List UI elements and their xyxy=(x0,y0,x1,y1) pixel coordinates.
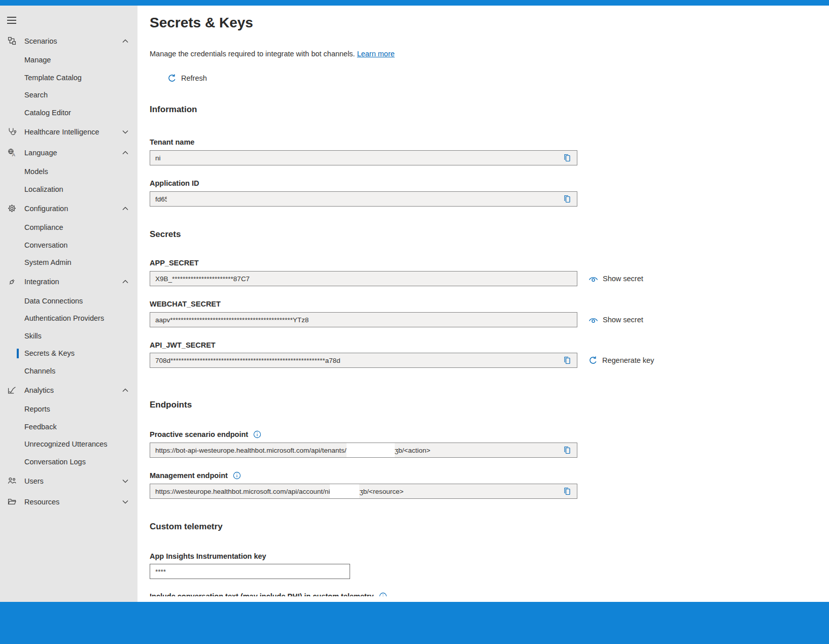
regenerate-key-label: Regenerate key xyxy=(602,356,654,364)
app-insights-key-input[interactable]: **** xyxy=(150,564,350,579)
hamburger-menu-icon[interactable] xyxy=(7,17,16,24)
regenerate-key-button[interactable]: Regenerate key xyxy=(589,356,654,365)
sidebar-item-label: Data Connections xyxy=(24,297,83,305)
api-jwt-secret-input[interactable]: 708d************************************… xyxy=(150,353,577,368)
sidebar-item-label: Unrecognized Utterances xyxy=(24,440,108,448)
sidebar-item-authentication-providers[interactable]: Authentication Providers xyxy=(0,310,137,327)
redaction-block xyxy=(347,443,395,457)
management-endpoint-prefix: https://westeurope.healthbot.microsoft.c… xyxy=(155,488,330,495)
api-jwt-secret-value: 708d************************************… xyxy=(155,357,340,364)
application-id-input[interactable]: fd65 xyxy=(150,191,577,207)
sidebar-item-models[interactable]: Models xyxy=(0,163,137,181)
sidebar-item-channels[interactable]: Channels xyxy=(0,362,137,380)
app-insights-key-label: App Insights Instrumentation key xyxy=(150,552,829,561)
sidebar-item-label: Feedback xyxy=(24,423,57,431)
sidebar-item-reports[interactable]: Reports xyxy=(0,400,137,418)
app-secret-value: X9B_***********************87C7 xyxy=(155,275,250,283)
sidebar-item-label: Models xyxy=(24,167,48,176)
sidebar-item-configuration[interactable]: Configuration xyxy=(0,198,137,219)
info-icon[interactable] xyxy=(379,592,387,596)
app-insights-key-value: **** xyxy=(155,568,166,575)
sidebar-item-label: Conversation Logs xyxy=(24,458,86,466)
chevron-down-icon xyxy=(122,500,128,504)
scenarios-icon xyxy=(8,37,16,45)
sidebar-item-secrets-and-keys[interactable]: Secrets & Keys xyxy=(0,345,137,362)
proactive-endpoint-input[interactable]: https://bot-api-westeurope.healthbot.mic… xyxy=(150,443,577,458)
chevron-up-icon xyxy=(122,280,128,284)
eye-icon xyxy=(589,316,598,323)
learn-more-link[interactable]: Learn more xyxy=(357,50,395,58)
show-secret-button[interactable]: Show secret xyxy=(589,275,643,283)
include-conversation-text: Include conversation text (may include P… xyxy=(150,592,374,596)
proactive-endpoint-suffix: ʒb/<action> xyxy=(395,447,430,454)
sidebar-item-localization[interactable]: Localization xyxy=(0,181,137,198)
sidebar-item-feedback[interactable]: Feedback xyxy=(0,418,137,436)
chevron-up-icon xyxy=(122,39,128,43)
management-endpoint-label: Management endpoint xyxy=(150,471,829,480)
page-description: Manage the credentials required to integ… xyxy=(150,49,829,58)
sidebar-item-data-connections[interactable]: Data Connections xyxy=(0,292,137,310)
chevron-up-icon xyxy=(122,207,128,211)
section-heading-information: Information xyxy=(150,104,829,115)
application-id-partial: 5 xyxy=(165,195,167,203)
show-secret-button[interactable]: Show secret xyxy=(589,316,643,324)
regenerate-icon xyxy=(589,356,598,365)
sidebar-item-system-admin[interactable]: System Admin xyxy=(0,254,137,272)
sidebar-item-users[interactable]: Users xyxy=(0,470,137,491)
gear-icon xyxy=(8,204,16,213)
sidebar-item-conversation[interactable]: Conversation xyxy=(0,236,137,254)
sidebar-item-search[interactable]: Search xyxy=(0,86,137,104)
application-id-value: fd6 xyxy=(155,195,165,203)
copy-icon[interactable] xyxy=(563,487,572,496)
sidebar-item-label: Healthcare Intelligence xyxy=(24,128,99,136)
copy-icon[interactable] xyxy=(563,446,572,455)
chevron-up-icon xyxy=(122,151,128,155)
proactive-endpoint-label-text: Proactive scenario endpoint xyxy=(150,430,248,439)
sidebar-item-scenarios[interactable]: Scenarios xyxy=(0,30,137,51)
sidebar-item-label: Scenarios xyxy=(24,37,57,45)
sidebar-item-integration[interactable]: Integration xyxy=(0,272,137,292)
sidebar-item-label: System Admin xyxy=(24,258,72,266)
sidebar-item-template-catalog[interactable]: Template Catalog xyxy=(0,69,137,87)
copy-icon[interactable] xyxy=(563,153,572,162)
chevron-up-icon xyxy=(122,388,128,392)
sidebar-item-compliance[interactable]: Compliance xyxy=(0,219,137,236)
sidebar-item-unrecognized-utterances[interactable]: Unrecognized Utterances xyxy=(0,435,137,453)
sidebar: Scenarios Manage Template Catalog Search… xyxy=(0,6,137,602)
sidebar-item-label: Language xyxy=(24,149,57,157)
sidebar-item-conversation-logs[interactable]: Conversation Logs xyxy=(0,453,137,471)
sidebar-item-manage[interactable]: Manage xyxy=(0,51,137,69)
stethoscope-icon xyxy=(8,127,16,136)
app-secret-label: APP_SECRET xyxy=(150,258,829,267)
proactive-endpoint-prefix: https://bot-api-westeurope.healthbot.mic… xyxy=(155,447,347,454)
redaction-block xyxy=(330,484,359,498)
webchat-secret-value: aapv************************************… xyxy=(155,316,308,324)
tenant-name-input[interactable]: ni xyxy=(150,150,577,165)
info-icon[interactable] xyxy=(253,430,261,438)
sidebar-item-label: Users xyxy=(24,477,44,485)
copy-icon[interactable] xyxy=(563,194,572,204)
sidebar-item-catalog-editor[interactable]: Catalog Editor xyxy=(0,104,137,122)
app-secret-input[interactable]: X9B_***********************87C7 xyxy=(150,271,577,286)
webchat-secret-input[interactable]: aapv************************************… xyxy=(150,312,577,327)
copy-icon[interactable] xyxy=(563,356,572,365)
sidebar-item-healthcare-intelligence[interactable]: Healthcare Intelligence xyxy=(0,121,137,142)
sidebar-item-analytics[interactable]: Analytics xyxy=(0,380,137,400)
info-icon[interactable] xyxy=(233,471,241,480)
sidebar-item-language[interactable]: A Language xyxy=(0,142,137,163)
sidebar-item-label: Secrets & Keys xyxy=(24,349,75,357)
sidebar-item-skills[interactable]: Skills xyxy=(0,327,137,345)
show-secret-label: Show secret xyxy=(603,316,643,324)
management-endpoint-suffix: ʒb/<resource> xyxy=(359,488,403,495)
management-endpoint-input[interactable]: https://westeurope.healthbot.microsoft.c… xyxy=(150,484,577,499)
sidebar-item-label: Conversation xyxy=(24,241,67,249)
sidebar-item-label: Authentication Providers xyxy=(24,314,104,322)
show-secret-label: Show secret xyxy=(603,275,643,283)
svg-text:A: A xyxy=(12,152,15,157)
sidebar-item-resources[interactable]: Resources xyxy=(0,491,137,512)
refresh-button[interactable]: Refresh xyxy=(167,74,207,83)
analytics-chart-icon xyxy=(8,386,16,394)
sidebar-item-label: Template Catalog xyxy=(24,74,82,82)
sidebar-item-label: Skills xyxy=(24,332,42,340)
sidebar-nav: Scenarios Manage Template Catalog Search… xyxy=(0,30,137,512)
